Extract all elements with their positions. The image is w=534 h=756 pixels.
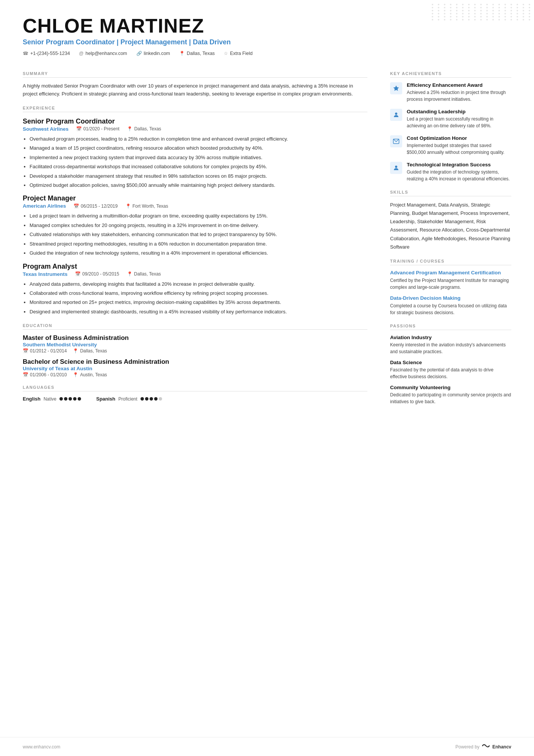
edu-entry-1: Master of Business Administration Southe…: [23, 334, 367, 354]
edu-entry-2: Bachelor of Science in Business Administ…: [23, 358, 367, 377]
job-entry-3: Program Analyst Texas Instruments 📅 09/2…: [23, 263, 367, 316]
list-item: Implemented a new project tracking syste…: [30, 153, 367, 161]
achievement-title: Cost Optimization Honor: [407, 135, 511, 141]
job-meta-1: Southwest Airlines 📅 01/2020 - Present 📍…: [23, 126, 367, 132]
calendar-edu-icon-2: 📅: [23, 372, 28, 377]
languages-label: LANGUAGES: [23, 385, 367, 391]
achievement-desc: Guided the integration of technology sys…: [407, 169, 511, 182]
passion-desc: Fascinated by the potential of data anal…: [390, 366, 511, 380]
language-name: Spanish: [96, 396, 116, 402]
achievement-icon: [390, 162, 402, 174]
training-title: Data-Driven Decision Making: [390, 295, 511, 301]
list-item: Collaborated with cross-functional teams…: [30, 289, 367, 297]
list-item: Facilitated cross-departmental workshops…: [30, 163, 367, 171]
left-column: SUMMARY A highly motivated Senior Progra…: [23, 64, 375, 729]
language-level: Native: [44, 396, 56, 402]
language-item: EnglishNative: [23, 396, 81, 402]
passion-desc: Dedicated to participating in community …: [390, 391, 511, 405]
passion-title: Community Volunteering: [390, 385, 511, 390]
list-item: Led a project team in delivering a multi…: [30, 212, 367, 220]
link-icon: 🔗: [136, 51, 142, 56]
edu-degree-1: Master of Business Administration: [23, 334, 367, 342]
training-desc: Completed a course by Coursera focused o…: [390, 302, 511, 316]
edu-meta-2: 📅 01/2006 - 01/2010 📍 Austin, Texas: [23, 372, 367, 377]
enhancv-logo-icon: [482, 743, 490, 751]
passion-item: Data Science Fascinated by the potential…: [390, 360, 511, 380]
list-item: Cultivated relationships with key stakeh…: [30, 230, 367, 238]
list-item: Optimized budget allocation policies, sa…: [30, 181, 367, 189]
location-icon-2: 📍: [125, 203, 131, 209]
location-icon-1: 📍: [127, 126, 133, 131]
footer: www.enhancv.com Powered by Enhancv: [0, 737, 534, 756]
passion-title: Aviation Industry: [390, 335, 511, 340]
job-title-2: Project Manager: [23, 194, 367, 202]
summary-label: SUMMARY: [23, 71, 367, 78]
job-location-2: 📍 Fort Worth, Texas: [125, 203, 168, 209]
job-company-2: American Airlines: [23, 203, 66, 209]
enhancv-brand: Enhancv: [492, 744, 511, 750]
list-item: Managed a team of 15 project coordinator…: [30, 144, 367, 152]
passion-item: Community Volunteering Dedicated to part…: [390, 385, 511, 405]
training-item: Advanced Program Management Certificatio…: [390, 270, 511, 291]
main-content: SUMMARY A highly motivated Senior Progra…: [0, 64, 534, 729]
job-dates-2: 📅 06/2015 - 12/2019: [73, 203, 117, 209]
job-entry-2: Project Manager American Airlines 📅 06/2…: [23, 194, 367, 257]
location-icon: 📍: [179, 51, 185, 56]
job-bullets-3: Analyzed data patterns, developing insig…: [23, 280, 367, 316]
achievement-title: Technological Integration Success: [407, 162, 511, 167]
list-item: Guided the integration of new technology…: [30, 249, 367, 257]
location-edu-icon-1: 📍: [73, 348, 78, 354]
job-entry-1: Senior Program Coordinator Southwest Air…: [23, 117, 367, 189]
right-column: KEY ACHIEVEMENTS Efficiency Enhancement …: [390, 64, 511, 729]
location-icon-3: 📍: [127, 271, 133, 277]
edu-school-1: Southern Methodist University: [23, 342, 367, 347]
achievements-list: Efficiency Enhancement Award Achieved a …: [390, 82, 511, 182]
achievement-item: Outstanding Leadership Led a project tea…: [390, 109, 511, 129]
candidate-name: CHLOE MARTINEZ: [23, 15, 511, 37]
phone-icon: ☎: [23, 51, 28, 56]
star-icon: ☆: [224, 51, 228, 56]
passions-label: PASSIONS: [390, 324, 511, 330]
edu-meta-1: 📅 01/2012 - 01/2014 📍 Dallas, Texas: [23, 348, 367, 354]
contact-phone: ☎ +1-(234)-555-1234: [23, 51, 70, 56]
achievement-content: Outstanding Leadership Led a project tea…: [407, 109, 511, 129]
skills-label: SKILLS: [390, 190, 511, 196]
achievement-content: Technological Integration Success Guided…: [407, 162, 511, 182]
location-edu-icon-2: 📍: [73, 372, 78, 377]
achievement-content: Cost Optimization Honor Implemented budg…: [407, 135, 511, 156]
job-bullets-1: Overhauled program processes, leading to…: [23, 135, 367, 189]
summary-text: A highly motivated Senior Program Coordi…: [23, 82, 367, 98]
footer-logo: Powered by Enhancv: [456, 743, 511, 751]
candidate-subtitle: Senior Program Coordinator | Project Man…: [23, 38, 511, 46]
job-location-1: 📍 Dallas, Texas: [127, 126, 161, 131]
powered-by-text: Powered by: [456, 744, 479, 750]
list-item: Analyzed data patterns, developing insig…: [30, 280, 367, 288]
svg-marker-0: [393, 86, 399, 91]
svg-point-1: [395, 113, 397, 115]
job-title-3: Program Analyst: [23, 263, 367, 271]
achievements-label: KEY ACHIEVEMENTS: [390, 71, 511, 78]
job-meta-2: American Airlines 📅 06/2015 - 12/2019 📍 …: [23, 203, 367, 209]
contact-linkedin: 🔗 linkedin.com: [136, 51, 170, 56]
achievement-icon: [390, 82, 402, 94]
training-item: Data-Driven Decision Making Completed a …: [390, 295, 511, 316]
header: CHLOE MARTINEZ Senior Program Coordinato…: [0, 0, 534, 64]
achievement-desc: Achieved a 25% reduction in project time…: [407, 89, 511, 103]
passions-list: Aviation Industry Keenly interested in t…: [390, 335, 511, 405]
skills-text: Project Management, Data Analysis, Strat…: [390, 201, 511, 251]
list-item: Streamlined project reporting methodolog…: [30, 240, 367, 248]
edu-degree-2: Bachelor of Science in Business Administ…: [23, 358, 367, 366]
achievement-item: Technological Integration Success Guided…: [390, 162, 511, 182]
calendar-icon: 📅: [76, 126, 82, 131]
resume-wrapper: CHLOE MARTINEZ Senior Program Coordinato…: [0, 0, 534, 756]
experience-label: EXPERIENCE: [23, 106, 367, 112]
job-meta-3: Texas Instruments 📅 09/2010 - 05/2015 📍 …: [23, 271, 367, 277]
languages-row: EnglishNativeSpanishProficient: [23, 396, 367, 402]
job-bullets-2: Led a project team in delivering a multi…: [23, 212, 367, 257]
contact-extra: ☆ Extra Field: [224, 51, 253, 56]
passion-item: Aviation Industry Keenly interested in t…: [390, 335, 511, 355]
training-desc: Certified by the Project Management Inst…: [390, 277, 511, 291]
svg-point-3: [395, 166, 397, 168]
education-label: EDUCATION: [23, 323, 367, 330]
achievement-title: Outstanding Leadership: [407, 109, 511, 114]
